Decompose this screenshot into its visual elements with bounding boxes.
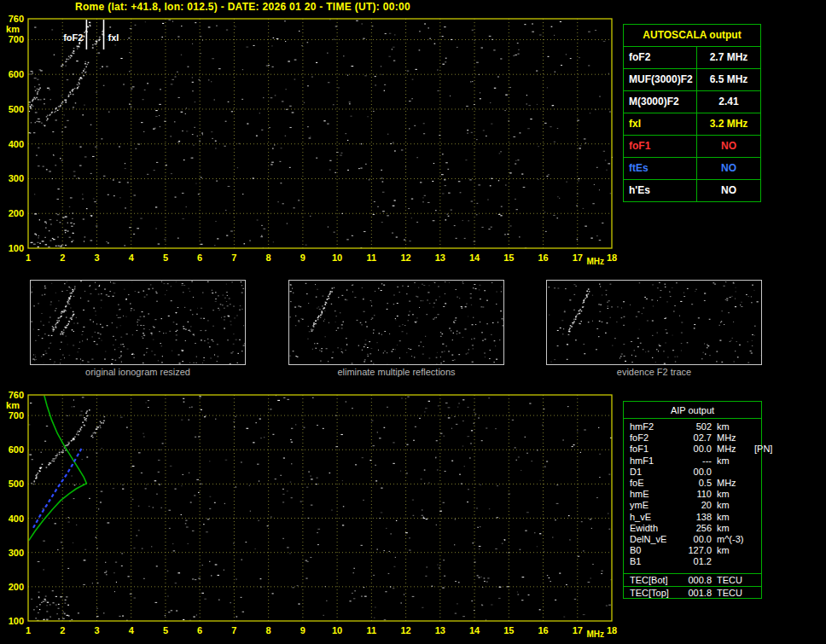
svg-text:MHz: MHz [586,257,604,266]
autoscala-row-label: foF1 [624,136,697,157]
ionogram-plot-bottom: 760700600500400300200100km12345678910111… [0,388,619,644]
aip-row-unit: MHz [717,478,754,489]
aip-row: foE0.5MHz [624,478,761,489]
aip-row: foF100.0MHz[PN] [624,444,761,455]
svg-text:9: 9 [300,625,305,635]
svg-text:9: 9 [300,252,305,263]
aip-row-extra [754,500,761,511]
autoscala-row-value: 2.41 [697,91,760,113]
aip-row: hmE110km [624,489,761,500]
aip-row-extra [754,455,761,467]
aip-row: D100.0 [624,467,761,478]
autoscala-row-value: 3.2 MHz [697,113,760,135]
aip-row-label: TEC[Bot] [630,574,681,587]
autoscala-app-window: Rome (lat: +41.8, lon: 012.5) - DATE: 20… [0,0,826,644]
panel-caption-evidence: evidence F2 trace [546,367,762,377]
svg-text:2: 2 [60,625,65,635]
svg-text:100: 100 [9,243,24,253]
autoscala-row: ftEsNO [624,157,760,179]
svg-text:13: 13 [435,252,445,263]
svg-text:11: 11 [367,625,377,635]
svg-text:16: 16 [538,625,548,635]
autoscala-row: fxI3.2 MHz [624,113,760,135]
aip-row-extra [754,556,761,567]
aip-row-unit: km [717,523,754,534]
autoscala-table-title: AUTOSCALA output [624,25,760,46]
aip-table-body: hmF2502kmfoF202.7MHzfoF100.0MHz[PN]hmF1-… [624,419,761,571]
svg-text:700: 700 [9,410,24,421]
panel-evidence-f2-trace [546,280,762,365]
svg-text:18: 18 [607,625,617,635]
aip-row-label: ymE [630,500,681,511]
aip-row-extra [754,574,761,587]
aip-row-value: 20 [681,500,712,511]
svg-text:14: 14 [469,625,480,635]
autoscala-row-value: NO [697,180,760,201]
aip-row-label: D1 [630,467,681,478]
svg-text:500: 500 [9,479,24,489]
autoscala-row-label: h'Es [624,180,697,201]
ionogram-plot-top: foF2fxI760700600500400300200100km1234567… [0,12,619,268]
aip-row-label: hmE [630,489,681,500]
aip-row-value: 01.2 [681,556,712,567]
svg-text:8: 8 [266,625,271,635]
svg-text:15: 15 [503,625,514,635]
svg-text:12: 12 [400,252,410,263]
aip-row-value: 00.0 [681,534,712,545]
svg-text:6: 6 [197,625,202,635]
svg-text:7: 7 [231,252,236,263]
panel-eliminate-reflections [288,280,504,365]
aip-row-extra [754,489,761,500]
aip-row-value: 000.8 [681,574,712,587]
aip-row-label: hmF1 [630,455,681,467]
svg-text:1: 1 [26,625,31,635]
aip-row-extra [754,523,761,534]
svg-text:13: 13 [435,625,445,635]
svg-text:700: 700 [9,34,24,44]
aip-row: ymE20km [624,500,761,511]
svg-text:600: 600 [9,444,24,455]
svg-text:18: 18 [607,252,617,263]
aip-row-value: 02.7 [681,432,712,444]
svg-text:8: 8 [266,252,271,263]
svg-text:5: 5 [163,625,168,635]
svg-text:1: 1 [26,252,31,263]
aip-row-extra [754,467,761,478]
aip-row: DelN_vE00.0m^(-3) [624,534,761,545]
svg-text:km: km [6,24,20,34]
aip-row: foF202.7MHz [624,432,761,444]
aip-row-extra: [PN] [754,444,772,455]
panel-caption-original: original ionogram resized [30,367,246,377]
svg-text:2: 2 [60,252,65,263]
aip-row-extra [754,545,761,556]
aip-row-value: 001.8 [681,587,712,600]
aip-row: B0127.0km [624,545,761,556]
aip-tec-section: TEC[Bot]000.8TECUTEC[Top]001.8TECU [624,573,761,598]
aip-row-unit: km [717,455,754,467]
svg-text:4: 4 [129,625,135,635]
autoscala-row-label: fxI [624,113,697,135]
svg-text:760: 760 [9,390,24,400]
aip-row-value: 00.0 [681,467,712,478]
aip-row-unit: TECU [717,587,754,600]
svg-text:300: 300 [9,548,24,558]
aip-row-unit: km [717,421,754,432]
aip-table: AIP output hmF2502kmfoF202.7MHzfoF100.0M… [623,401,762,599]
aip-row-unit: km [717,545,754,556]
svg-text:200: 200 [9,582,24,592]
aip-row-unit: TECU [717,574,754,587]
svg-text:100: 100 [9,616,24,626]
svg-text:500: 500 [9,104,24,114]
aip-row-label: TEC[Top] [630,587,681,600]
svg-text:MHz: MHz [586,629,604,639]
autoscala-row-value: 6.5 MHz [697,69,760,90]
aip-row-label: Ewidth [630,523,681,534]
aip-row-value: 256 [681,523,712,534]
svg-text:km: km [6,400,20,410]
aip-table-title: AIP output [624,402,761,419]
aip-row-extra [754,421,761,432]
aip-row-label: B1 [630,556,681,567]
svg-text:10: 10 [332,625,342,635]
svg-text:3: 3 [94,625,99,635]
aip-row: Ewidth256km [624,523,761,534]
